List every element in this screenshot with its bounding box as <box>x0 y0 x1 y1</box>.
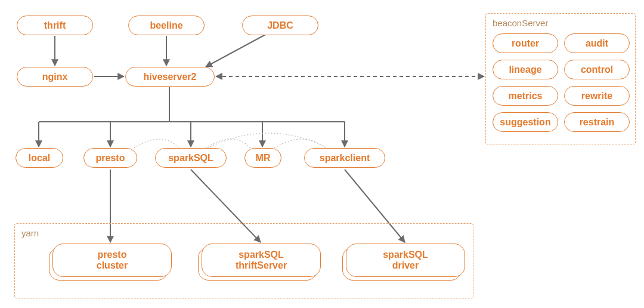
label-control: control <box>581 64 613 75</box>
node-sparkclient: sparkclient <box>304 148 385 168</box>
label-metrics: metrics <box>509 91 543 101</box>
beacon-metrics: metrics <box>493 86 558 106</box>
node-mr: MR <box>244 148 281 168</box>
label-sparkclient: sparkclient <box>320 153 370 163</box>
label-rewrite: rewrite <box>581 91 612 101</box>
node-thrift: thrift <box>17 16 93 35</box>
node-jdbc: JDBC <box>242 16 318 35</box>
node-sparksql-thriftserver: sparkSQL thriftServer <box>202 244 321 277</box>
group-yarn-title: yarn <box>21 228 39 238</box>
edge-dotted-sparksql-mr <box>206 139 250 148</box>
edge-dotted-mr-sparkclient <box>274 139 325 148</box>
beacon-control: control <box>564 60 630 79</box>
label-mr: MR <box>256 153 271 163</box>
label-beeline: beeline <box>150 20 182 30</box>
node-presto: presto <box>83 148 137 168</box>
label-presto-cluster: presto cluster <box>97 250 128 271</box>
label-jdbc: JDBC <box>267 20 293 30</box>
node-hiveserver2: hiveserver2 <box>125 67 215 87</box>
label-sparksql-driver: sparkSQL driver <box>383 250 428 271</box>
beacon-suggestion: suggestion <box>493 112 558 132</box>
label-restrain: restrain <box>580 117 615 127</box>
edge-dotted-presto-sparksql <box>134 139 179 148</box>
label-nginx: nginx <box>42 72 68 82</box>
label-hiveserver2: hiveserver2 <box>144 72 197 82</box>
beacon-restrain: restrain <box>564 112 630 132</box>
node-nginx: nginx <box>17 67 93 87</box>
label-presto: presto <box>96 153 125 163</box>
node-beeline: beeline <box>128 16 205 35</box>
label-suggestion: suggestion <box>500 117 550 127</box>
label-router: router <box>512 38 539 48</box>
label-sparksql-thriftserver: sparkSQL thriftServer <box>236 250 287 271</box>
label-thrift: thrift <box>44 20 66 30</box>
label-audit: audit <box>586 38 608 48</box>
label-local: local <box>29 153 50 163</box>
edge-jdbc-hiveserver2 <box>206 35 265 67</box>
node-local: local <box>16 148 63 168</box>
label-sparksql: sparkSQL <box>168 153 213 163</box>
beacon-router: router <box>493 33 558 53</box>
beacon-audit: audit <box>564 33 630 53</box>
node-sparksql-driver: sparkSQL driver <box>346 244 465 277</box>
group-beacon-title: beaconServer <box>493 18 548 28</box>
node-sparksql: sparkSQL <box>155 148 227 168</box>
node-presto-cluster: presto cluster <box>52 244 172 277</box>
beacon-rewrite: rewrite <box>564 86 630 106</box>
edge-dotted-sparksql-sparkclient <box>208 133 328 148</box>
beacon-lineage: lineage <box>493 60 558 79</box>
label-lineage: lineage <box>509 64 541 75</box>
